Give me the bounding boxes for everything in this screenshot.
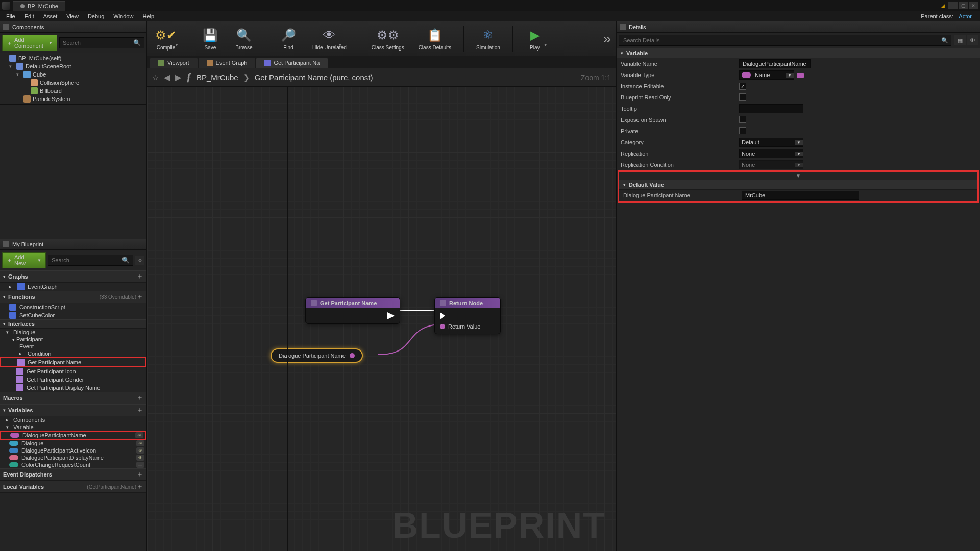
component-particle-system[interactable]: ParticleSystem (0, 95, 146, 103)
variable-display-name[interactable]: DialogueParticipantDisplayName👁 (0, 454, 146, 461)
variables-components-group[interactable]: ▸Components (0, 416, 146, 423)
eye-icon[interactable]: 👁 (135, 432, 143, 438)
component-self[interactable]: BP_MrCube(self) (0, 54, 146, 62)
variable-out-pin[interactable] (350, 353, 355, 358)
interface-get-participant-display-name[interactable]: Get Participant Display Name (0, 384, 146, 392)
function-set-cube-color[interactable]: SetCubeColor (0, 311, 146, 319)
interfaces-section[interactable]: ▾Interfaces (0, 319, 146, 329)
minimize-button[interactable]: — (948, 2, 958, 9)
add-graph-button[interactable]: ＋ (136, 272, 143, 281)
interface-dialogue[interactable]: ▾Dialogue (0, 329, 146, 336)
components-search-input[interactable] (63, 40, 133, 46)
component-cube[interactable]: ▾Cube (0, 70, 146, 79)
variables-section[interactable]: ▾Variables＋ (0, 404, 146, 416)
eye-closed-icon[interactable]: — (136, 462, 144, 468)
menu-view[interactable]: View (62, 12, 83, 20)
container-type-icon[interactable] (797, 73, 804, 78)
my-blueprint-header[interactable]: My Blueprint (0, 239, 146, 250)
menu-debug[interactable]: Debug (84, 12, 108, 20)
component-billboard[interactable]: Billboard (0, 87, 146, 95)
compile-button[interactable]: ⚙✔Compile▼ (152, 24, 180, 53)
graphs-section[interactable]: ▾Graphs＋ (0, 270, 146, 283)
variable-dialogue-participant-name[interactable]: DialogueParticipantName👁 (1, 432, 145, 439)
maximize-button[interactable]: ▢ (959, 2, 968, 9)
variables-variable-group[interactable]: ▾Variable (0, 423, 146, 431)
read-only-checkbox[interactable] (739, 93, 746, 101)
add-function-button[interactable]: ＋ (136, 292, 143, 302)
function-construction-script[interactable]: ConstructionScript (0, 303, 146, 311)
browse-button[interactable]: 🔍Browse (230, 24, 258, 53)
component-collision-sphere[interactable]: CollisionSphere (0, 79, 146, 87)
play-button[interactable]: ▶Play▼ (521, 24, 549, 53)
exec-in-pin[interactable] (440, 312, 445, 319)
view-grid-button[interactable]: ▦ (954, 35, 966, 45)
return-value-pin[interactable]: Return Value (440, 323, 480, 330)
components-panel-header[interactable]: Components (0, 21, 146, 33)
add-new-button[interactable]: ＋Add New▼ (2, 252, 46, 268)
hide-unrelated-button[interactable]: 👁Hide Unrelated▼ (308, 24, 351, 53)
menu-window[interactable]: Window (109, 12, 137, 20)
tab-viewport[interactable]: Viewport (150, 58, 198, 68)
component-scene-root[interactable]: ▾DefaultSceneRoot (0, 62, 146, 70)
tooltip-input[interactable] (739, 104, 803, 113)
node-entry[interactable]: Get Participant Name (305, 297, 400, 324)
breadcrumb-bp[interactable]: BP_MrCube (197, 73, 238, 82)
breadcrumb-function[interactable]: Get Participant Name (pure, const) (255, 73, 373, 82)
default-value-input[interactable] (742, 191, 859, 200)
add-component-button[interactable]: ＋Add Component▼ (2, 35, 57, 51)
graph-event-graph[interactable]: ▸EventGraph (0, 283, 146, 291)
eye-icon[interactable]: 👁 (136, 440, 144, 446)
add-local-button[interactable]: ＋ (136, 482, 143, 491)
add-dispatcher-button[interactable]: ＋ (136, 470, 143, 479)
details-search-input[interactable] (619, 35, 951, 46)
variable-color-change-count[interactable]: ColorChangeRequestCount— (0, 461, 146, 468)
menu-edit[interactable]: Edit (20, 12, 38, 20)
details-panel-header[interactable]: Details (617, 21, 980, 33)
replication-combo[interactable]: None▼ (739, 149, 803, 158)
interface-get-participant-gender[interactable]: Get Participant Gender (0, 375, 146, 384)
variable-active-icon[interactable]: DialogueParticipantActiveIcon👁 (0, 447, 146, 454)
functions-section[interactable]: ▾Functions(33 Overridable)＋ (0, 291, 146, 303)
save-button[interactable]: 💾Save (197, 24, 224, 53)
graph-canvas[interactable]: Get Participant Name Return Node Return … (147, 87, 616, 551)
interface-participant[interactable]: ▾ Participant (0, 336, 146, 343)
category-default-value[interactable]: ▾Default Value (619, 180, 977, 190)
interface-condition[interactable]: ▸Condition (0, 350, 146, 357)
interface-get-participant-name[interactable]: Get Participant Name (1, 358, 145, 366)
add-macro-button[interactable]: ＋ (136, 393, 143, 403)
myblueprint-search-input[interactable] (52, 257, 122, 263)
asset-tab[interactable]: BP_MrCube (13, 1, 65, 11)
interface-event[interactable]: Event (0, 343, 146, 350)
simulation-button[interactable]: ⚛Simulation (472, 24, 504, 53)
class-defaults-button[interactable]: 📋Class Defaults (414, 24, 455, 53)
menu-file[interactable]: File (2, 12, 19, 20)
tab-event-graph[interactable]: Event Graph (199, 58, 256, 68)
variable-dialogue[interactable]: Dialogue👁 (0, 440, 146, 447)
notification-icon[interactable]: ◢ (938, 2, 947, 9)
settings-icon[interactable]: ⚙ (135, 256, 144, 265)
eye-icon[interactable]: 👁 (136, 455, 144, 461)
nav-forward-button[interactable]: ▶ (175, 72, 181, 82)
exec-out-pin[interactable] (387, 312, 395, 319)
interface-get-participant-icon[interactable]: Get Participant Icon (0, 367, 146, 375)
category-variable[interactable]: ▾Variable (617, 48, 980, 58)
myblueprint-search[interactable]: 🔍 (48, 255, 133, 266)
expand-advanced-button[interactable]: ▼ (619, 172, 977, 180)
close-button[interactable]: ✕ (969, 2, 978, 9)
node-return[interactable]: Return Node Return Value (434, 297, 501, 334)
variable-name-input[interactable] (739, 59, 811, 68)
favorite-icon[interactable]: ☆ (152, 73, 159, 82)
tab-function[interactable]: Get Participant Na (256, 58, 328, 68)
menu-asset[interactable]: Asset (39, 12, 62, 20)
components-search[interactable]: 🔍 (59, 37, 144, 48)
category-combo[interactable]: Default▼ (739, 138, 803, 147)
eye-icon[interactable]: 👁 (136, 447, 144, 454)
nav-back-button[interactable]: ◀ (164, 72, 170, 82)
locals-section[interactable]: Local Variables(GetParticipantName)＋ (0, 481, 146, 493)
macros-section[interactable]: Macros＋ (0, 392, 146, 404)
node-variable-get[interactable]: Dialogue Participant Name (271, 348, 363, 363)
instance-editable-checkbox[interactable]: ✓ (739, 83, 746, 90)
parent-class-link[interactable]: Actor (959, 13, 972, 19)
private-checkbox[interactable] (739, 127, 746, 134)
toolbar-overflow-button[interactable]: » (603, 31, 611, 47)
